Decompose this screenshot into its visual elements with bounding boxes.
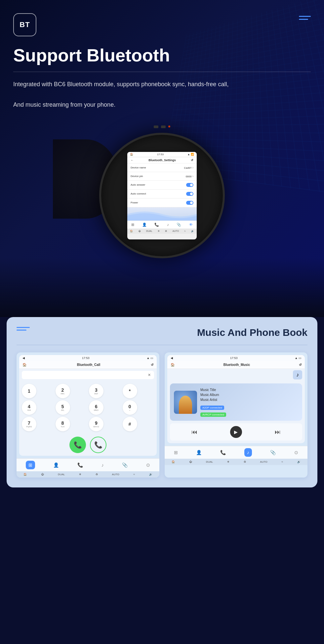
- toggle-power[interactable]: [186, 201, 193, 205]
- music-sys-snow[interactable]: ❄: [227, 460, 229, 463]
- call-sys-auto: AUTO: [112, 473, 119, 476]
- bottom-section: Music And Phone Book ◀ 17:53 ▲ ▭ 🏠 Bluet…: [7, 317, 317, 487]
- music-info: Music Title Music Album Music Artist A2D…: [200, 387, 298, 417]
- toggle-auto-connect[interactable]: [186, 192, 193, 196]
- music-sys-home[interactable]: 🏠: [172, 460, 175, 463]
- music-nav-person-icon[interactable]: 👤: [196, 450, 202, 455]
- screen-row-device-pin[interactable]: Device pin 0000 ›: [127, 172, 197, 181]
- toggle-auto-answer[interactable]: [186, 183, 193, 187]
- key-7[interactable]: 7PQRS: [22, 417, 36, 431]
- call-input[interactable]: ✕: [22, 371, 154, 379]
- bottom-hamburger[interactable]: [17, 327, 30, 331]
- music-sys-fan[interactable]: ≈: [281, 460, 283, 463]
- bottom-ham-line1: [17, 327, 30, 328]
- play-button[interactable]: ▶: [230, 426, 242, 438]
- screen-row-auto-answer[interactable]: Auto answer: [127, 181, 197, 190]
- prev-button[interactable]: ⏮: [191, 429, 197, 436]
- next-button[interactable]: ⏭: [275, 429, 281, 436]
- call-nav-phone-icon[interactable]: 📞: [77, 462, 83, 468]
- bottom-divider: [17, 345, 307, 345]
- music-status-back[interactable]: ◀: [171, 356, 173, 360]
- call-nav-grid-icon: ⊞: [28, 462, 32, 468]
- call-nav-grid-active[interactable]: ⊞: [26, 461, 35, 469]
- key-5[interactable]: 5JKL: [56, 400, 70, 415]
- key-star[interactable]: *: [123, 384, 137, 398]
- key-4[interactable]: 4GHI: [22, 400, 36, 415]
- call-status-back[interactable]: ◀: [22, 356, 25, 360]
- sys-home[interactable]: 🏠: [130, 230, 133, 233]
- screen-body: Device name CarBT › Device pin 0000 › Au…: [127, 163, 197, 221]
- music-nav-home[interactable]: 🏠: [171, 363, 175, 367]
- screen-refresh-icon[interactable]: ↺: [191, 159, 193, 162]
- music-art-area: Music Title Music Album Music Artist A2D…: [170, 383, 302, 421]
- call-nav-clip-icon[interactable]: 📎: [122, 462, 128, 468]
- call-button[interactable]: 📞: [69, 437, 86, 453]
- call-sys-fan[interactable]: ≈: [133, 473, 135, 476]
- screen-bottom-icons: ⊞ 👤 📞 ♪ 📎 👁: [127, 221, 197, 229]
- screen-row-auto-connect[interactable]: Auto connect: [127, 190, 197, 198]
- icon-music[interactable]: ♪: [167, 223, 169, 227]
- key-0[interactable]: 0+: [123, 400, 137, 415]
- music-nav-music-active[interactable]: ♪: [244, 448, 252, 457]
- call-nav-back[interactable]: ↺: [151, 363, 153, 367]
- call-nav-person-icon[interactable]: 👤: [53, 462, 59, 468]
- music-status-icons: ▲ ▭: [295, 356, 302, 360]
- key-9[interactable]: 9WXYZ: [89, 417, 103, 431]
- call-input-clear[interactable]: ✕: [148, 373, 151, 377]
- music-sys-vol[interactable]: 🔊: [297, 460, 301, 463]
- call-nav-home[interactable]: 🏠: [22, 363, 26, 367]
- icon-clip[interactable]: 📎: [177, 223, 181, 227]
- music-nav-clip-icon[interactable]: 📎: [270, 450, 276, 455]
- icon-person[interactable]: 👤: [142, 223, 147, 227]
- call-sys-home[interactable]: 🏠: [23, 473, 27, 476]
- row-label-power: Power: [131, 201, 138, 204]
- call-nav-location-icon[interactable]: ⊙: [146, 462, 150, 468]
- sys-dual[interactable]: DUAL: [146, 230, 152, 232]
- call-sys-recycle[interactable]: ♻: [96, 473, 98, 476]
- sys-recycle[interactable]: ♻: [165, 230, 167, 233]
- music-add-button[interactable]: ♪: [293, 370, 302, 379]
- music-sys-recycle[interactable]: ♻: [244, 460, 246, 463]
- key-1[interactable]: 1: [22, 384, 36, 398]
- icon-eye-active[interactable]: 👁: [189, 223, 193, 227]
- call-sys-snow[interactable]: ❄: [79, 473, 81, 476]
- car-frame: 🏠 17:53 ▲ 📶 ← Bluetooth_Settings ↺ Devic…: [79, 120, 245, 278]
- call-bottom-nav: ⊞ 👤 📞 ♪ 📎 ⊙: [17, 458, 159, 471]
- music-nav-back[interactable]: ↺: [299, 363, 302, 367]
- key-3[interactable]: 3DEF: [89, 384, 103, 398]
- screen-back-icon[interactable]: ←: [131, 159, 134, 162]
- hamburger-menu[interactable]: [299, 16, 311, 20]
- call-sys-vol[interactable]: 🔊: [149, 473, 152, 476]
- key-2[interactable]: 2ABC: [56, 384, 70, 398]
- music-nav-location-icon[interactable]: ⊙: [294, 450, 298, 455]
- music-nav-grid-icon[interactable]: ⊞: [174, 450, 178, 455]
- call-nav-music-icon[interactable]: ♪: [101, 462, 104, 468]
- sys-snow[interactable]: ❄: [158, 230, 160, 233]
- music-sys-auto: AUTO: [260, 460, 267, 463]
- row-value-device-name: CarBT ›: [184, 166, 193, 169]
- key-hash[interactable]: #: [123, 417, 137, 431]
- end-call-button[interactable]: 📞: [90, 437, 106, 453]
- end-call-icon: 📞: [94, 441, 102, 449]
- sys-vol[interactable]: 🔊: [191, 230, 194, 233]
- call-icon: 📞: [74, 441, 82, 449]
- screen-nav-bar: ← Bluetooth_Settings ↺: [127, 157, 197, 163]
- sys-power[interactable]: ⏻: [139, 230, 141, 232]
- icon-grid[interactable]: ⊞: [131, 223, 134, 227]
- music-nav-phone-icon[interactable]: 📞: [220, 450, 226, 455]
- key-8[interactable]: 8TUV: [56, 417, 70, 431]
- call-sys-power[interactable]: ⏻: [41, 473, 44, 476]
- music-sys-dual: DUAL: [206, 460, 213, 463]
- sys-auto[interactable]: AUTO: [173, 230, 179, 232]
- sys-fan[interactable]: ≈: [184, 230, 186, 232]
- music-album: Music Album: [200, 392, 298, 397]
- screen-row-device-name[interactable]: Device name CarBT ›: [127, 163, 197, 172]
- music-sys-power[interactable]: ⏻: [189, 460, 192, 463]
- panels-row: ◀ 17:53 ▲ ▭ 🏠 Bluetooth_Call ↺ ✕: [17, 352, 307, 478]
- bottom-ham-line2: [17, 330, 26, 331]
- screen-sys-bar: 🏠 ⏻ DUAL ❄ ♻ AUTO ≈ 🔊: [127, 229, 197, 234]
- screen-row-power[interactable]: Power: [127, 198, 197, 207]
- car-screen: 🏠 17:53 ▲ 📶 ← Bluetooth_Settings ↺ Devic…: [127, 152, 197, 239]
- key-6[interactable]: 6MNO: [89, 400, 103, 415]
- icon-phone[interactable]: 📞: [154, 223, 159, 227]
